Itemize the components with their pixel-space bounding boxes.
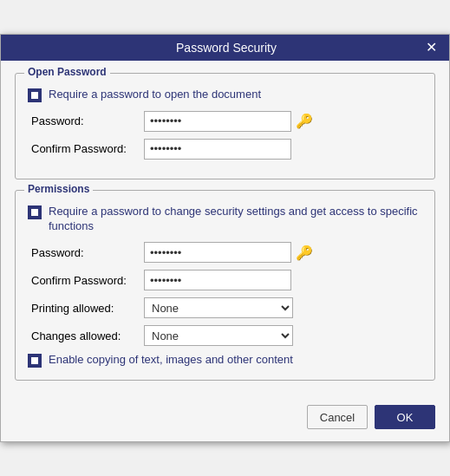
permissions-section: Permissions Require a password to change…: [15, 190, 435, 381]
permissions-content: Require a password to change security se…: [28, 205, 422, 368]
open-confirm-field-row: Confirm Password:: [28, 139, 422, 160]
permissions-confirm-label: Confirm Password:: [31, 274, 144, 287]
open-confirm-label: Confirm Password:: [31, 142, 144, 155]
printing-field-row: Printing allowed: None Low Resolution Hi…: [28, 297, 422, 318]
permissions-checkbox-row[interactable]: Require a password to change security se…: [28, 205, 422, 234]
changes-dropdown-wrap: None Insert/Delete Pages Fill in Forms C…: [144, 325, 293, 346]
copy-checkbox-row[interactable]: Enable copying of text, images and other…: [28, 353, 422, 368]
open-confirm-input[interactable]: [144, 139, 291, 160]
open-password-content: Require a password to open the document …: [28, 88, 422, 160]
cancel-button[interactable]: Cancel: [307, 405, 368, 429]
title-bar: Password Security ✕: [1, 35, 449, 61]
copy-checkbox-label: Enable copying of text, images and other…: [49, 353, 293, 368]
permissions-confirm-field-row: Confirm Password:: [28, 270, 422, 290]
permissions-key-icon[interactable]: 🔑: [295, 243, 314, 262]
permissions-checkbox-label: Require a password to change security se…: [49, 205, 422, 234]
open-password-key-icon[interactable]: 🔑: [295, 112, 314, 131]
permissions-legend: Permissions: [24, 183, 93, 195]
ok-button[interactable]: OK: [375, 405, 435, 429]
permissions-password-label: Password:: [31, 246, 144, 259]
printing-select[interactable]: None Low Resolution High Resolution: [144, 297, 293, 318]
open-password-checkbox-row[interactable]: Require a password to open the document: [28, 88, 422, 102]
open-password-checkbox[interactable]: [28, 88, 42, 102]
open-password-label: Password:: [31, 114, 144, 127]
permissions-password-input[interactable]: [144, 242, 291, 263]
open-password-input-wrap: 🔑: [144, 111, 314, 132]
dialog-title: Password Security: [30, 41, 422, 55]
changes-label: Changes allowed:: [31, 329, 144, 342]
dialog-footer: Cancel OK: [1, 400, 449, 441]
permissions-confirm-input[interactable]: [144, 270, 291, 290]
open-password-input[interactable]: [144, 111, 291, 132]
permissions-password-field-row: Password: 🔑: [28, 242, 422, 263]
open-password-checkbox-label: Require a password to open the document: [49, 88, 261, 102]
close-button[interactable]: ✕: [422, 39, 440, 56]
open-password-section: Open Password Require a password to open…: [15, 73, 435, 179]
printing-dropdown-wrap: None Low Resolution High Resolution: [144, 297, 293, 318]
changes-field-row: Changes allowed: None Insert/Delete Page…: [28, 325, 422, 346]
password-security-dialog: Password Security ✕ Open Password Requir…: [0, 34, 450, 443]
dialog-body: Open Password Require a password to open…: [1, 61, 449, 401]
open-password-legend: Open Password: [24, 66, 110, 78]
permissions-confirm-input-wrap: [144, 270, 291, 290]
open-confirm-input-wrap: [144, 139, 291, 160]
copy-checkbox[interactable]: [28, 354, 42, 368]
printing-label: Printing allowed:: [31, 302, 144, 315]
permissions-password-input-wrap: 🔑: [144, 242, 314, 263]
permissions-checkbox[interactable]: [28, 205, 42, 219]
changes-select[interactable]: None Insert/Delete Pages Fill in Forms C…: [144, 325, 293, 346]
open-password-field-row: Password: 🔑: [28, 111, 422, 132]
